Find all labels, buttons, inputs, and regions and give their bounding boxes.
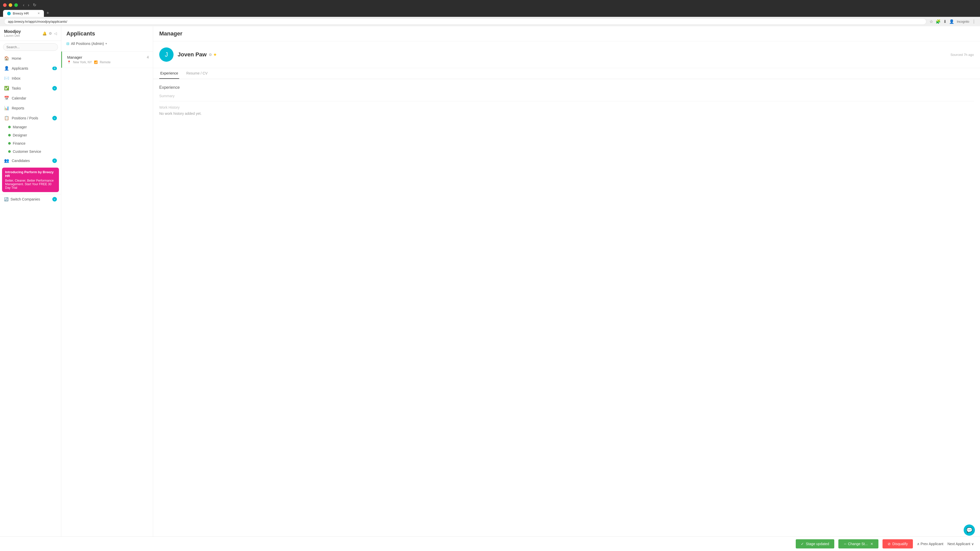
detail-tabs: Experience Resume / CV [153,68,980,79]
promo-body: Better, Cleaner, Better Performance Mana… [5,179,56,189]
chat-button[interactable]: 💬 [964,524,975,536]
sidebar-item-home[interactable]: 🏠 Home [0,53,61,63]
customer-service-dot [8,150,11,153]
star-icon[interactable]: ★ [213,52,217,57]
candidates-badge: + [52,159,57,163]
sidebar-sub-item-finance[interactable]: Finance [0,139,61,148]
applicant-info: J Joven Paw ⊙ ★ Sourced 7h ago [153,41,980,68]
applicant-name-area: Joven Paw ⊙ ★ [178,51,217,58]
position-item-manager[interactable]: Manager 📍 New York, NY 📶 Remote 4 [61,52,153,68]
tab-close-icon[interactable]: ✕ [38,12,40,15]
change-stage-close-icon[interactable]: ✕ [870,542,873,546]
location-icon: 📍 [67,60,71,64]
sidebar-item-calendar[interactable]: 📅 Calendar [0,93,61,103]
browser-chrome: ‹ › ↻ Breezy HR ✕ + [0,0,980,17]
applicant-avatar: J [159,48,173,62]
add-tab-button[interactable]: + [45,10,51,17]
checkmark-icon: ✓ [801,542,804,546]
no-work-history-text: No work history added yet. [159,111,974,116]
next-applicant-label: Next Applicant [948,542,970,546]
designer-dot [8,134,11,137]
browser-nav-arrows: ‹ › ↻ [22,2,37,8]
sidebar-sub-item-customer-service[interactable]: Customer Service [0,148,61,156]
candidates-icon: 👥 [4,158,9,163]
settings-icon[interactable]: ⚙ [49,32,52,35]
sidebar-item-label-tasks: Tasks [12,86,21,90]
switch-companies-button[interactable]: 🔄 Switch Companies + [0,194,61,204]
position-count: 4 [147,55,149,59]
sidebar-item-applicants[interactable]: 👤 Applicants 4 [0,63,61,73]
filter-arrow-icon: ▾ [105,42,107,45]
promo-banner[interactable]: Introducing Perform by Breezy HR Better,… [2,168,59,192]
detail-header: Manager [153,26,980,41]
position-list: Manager 📍 New York, NY 📶 Remote 4 [61,52,153,551]
stage-updated-text: Stage updated [806,542,829,546]
url-input[interactable] [4,18,926,25]
disqualify-button[interactable]: ⊘ Disqualify [883,539,913,548]
incognito-label: Incognito [957,20,969,24]
address-bar: ☆ 🧩 ⬇ 👤 Incognito ⋮ [0,17,980,26]
profile-icon[interactable]: 👤 [949,19,954,24]
download-icon[interactable]: ⬇ [943,19,947,24]
company-name: Moodjoy [4,29,21,34]
position-filter[interactable]: ⊟ All Positions (Admin) ▾ [66,40,148,47]
search-input[interactable] [3,43,58,51]
calendar-icon: 📅 [4,96,9,100]
tab-bar: Breezy HR ✕ + [3,10,977,17]
tab-resume[interactable]: Resume / CV [185,68,208,79]
reports-icon: 📊 [4,106,9,110]
next-applicant-button[interactable]: Next Applicant ∨ [948,542,974,546]
positions-badge: + [52,116,57,121]
sidebar-item-label-positions: Positions / Pools [12,116,38,120]
prev-applicant-button[interactable]: ∧ Prev Applicant [917,542,943,546]
stage-updated-toast: ✓ Stage updated [796,539,834,548]
bottom-bar: ✓ Stage updated ↔ Change St... ✕ ⊘ Disqu… [0,537,980,551]
sidebar-item-reports[interactable]: 📊 Reports [0,103,61,113]
tasks-badge: + [52,86,57,91]
sidebar-sub-item-manager[interactable]: Manager [0,123,61,131]
applicants-badge: 4 [52,67,57,70]
sidebar-item-label-candidates: Candidates [12,159,30,163]
experience-section-title: Experience [159,85,974,90]
summary-label: Summary [159,94,974,98]
position-meta: 📍 New York, NY 📶 Remote [67,60,148,64]
sidebar-item-candidates[interactable]: 👥 Candidates + [0,156,61,165]
sidebar-item-positions[interactable]: 📋 Positions / Pools + [0,113,61,123]
inbox-icon: ✉️ [4,76,9,81]
tab-experience[interactable]: Experience [159,68,179,79]
applicant-name: Joven Paw ⊙ ★ [178,51,217,58]
notifications-icon[interactable]: 🔔 [42,32,47,35]
forward-button[interactable]: › [27,2,30,8]
extensions-icon[interactable]: 🧩 [935,19,941,24]
sidebar-sub-label-finance: Finance [13,141,25,145]
sidebar: Moodjoy Lauren Dell 🔔 ⚙ ◁ 🏠 Home 👤 Appli… [0,26,61,551]
change-stage-button[interactable]: ↔ Change St... ✕ [838,539,879,548]
sidebar-item-inbox[interactable]: ✉️ Inbox [0,73,61,83]
sourced-time: Sourced 7h ago [950,53,974,57]
next-applicant-arrow: ∨ [971,542,974,546]
applicants-panel: Applicants ⊟ All Positions (Admin) ▾ Man… [61,26,153,551]
tab-label: Breezy HR [13,11,29,15]
work-history-label: Work History [159,105,974,110]
app-layout: Moodjoy Lauren Dell 🔔 ⚙ ◁ 🏠 Home 👤 Appli… [0,26,980,551]
home-icon: 🏠 [4,56,9,61]
reload-button[interactable]: ↻ [32,2,37,8]
collapse-sidebar-icon[interactable]: ◁ [54,32,57,35]
menu-icon[interactable]: ⋮ [972,19,976,24]
sidebar-sub-label-customer-service: Customer Service [13,149,41,154]
detail-header-title: Manager [159,30,974,37]
window-minimize-button[interactable] [9,3,12,7]
bookmark-icon[interactable]: ☆ [929,19,933,24]
window-close-button[interactable] [3,3,6,7]
applicant-name-icons: ⊙ ★ [209,52,217,57]
remote-icon: 📶 [94,60,98,64]
switch-companies-badge: + [52,197,57,202]
sidebar-sub-item-designer[interactable]: Designer [0,131,61,139]
header-icons: 🔔 ⚙ ◁ [42,32,57,35]
prev-applicant-label: ∧ Prev Applicant [917,542,943,546]
active-tab[interactable]: Breezy HR ✕ [3,10,44,17]
window-maximize-button[interactable] [14,3,18,7]
back-button[interactable]: ‹ [22,2,25,8]
filter-label: All Positions (Admin) [71,41,104,46]
sidebar-item-tasks[interactable]: ✅ Tasks + [0,83,61,93]
